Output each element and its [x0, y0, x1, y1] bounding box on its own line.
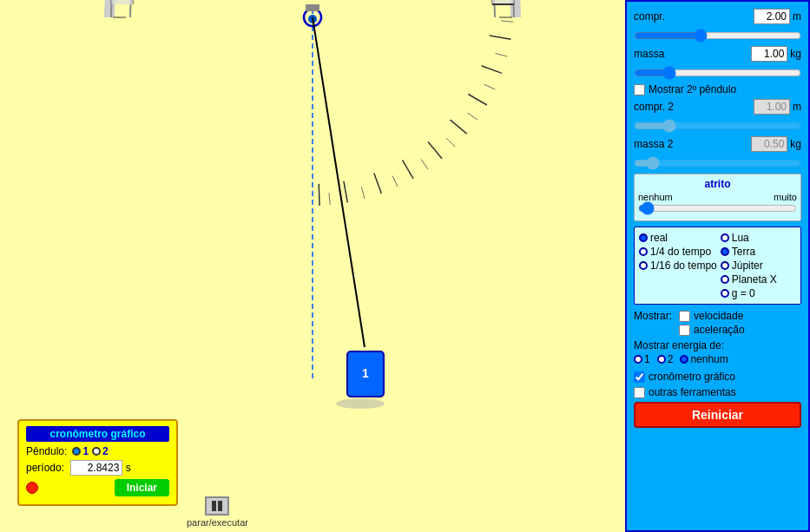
env-terra-radio[interactable] [721, 247, 729, 256]
env-planetax-radio[interactable] [721, 275, 729, 284]
mass2-value[interactable] [751, 136, 787, 152]
show-second-pendulum-row: Mostrar 2º pêndulo [634, 83, 801, 95]
pendulo-1-label: 1 [82, 445, 89, 457]
env-sixteenth-radio[interactable] [639, 261, 648, 270]
length2-row: compr. 2 m [634, 99, 801, 115]
length-unit: m [793, 10, 801, 23]
energy-1-radio[interactable] [634, 355, 642, 364]
env-sixteenth-label: 1/16 do tempo [650, 259, 717, 272]
chronometer-box: cronômetro gráfico Pêndulo: 1 2 período:… [17, 419, 178, 506]
energy-1-label: 1 [644, 353, 650, 365]
pendulo-label: Pêndulo: [26, 445, 67, 457]
show-accel-row: aceleração [679, 324, 801, 336]
mass-slider-container [634, 67, 801, 82]
env-g0-row[interactable]: g = 0 [721, 287, 777, 299]
env-sixteenth-row[interactable]: 1/16 do tempo [639, 259, 717, 272]
env-real-label: real [650, 232, 668, 244]
show-label: Mostrar: [634, 310, 672, 322]
period-unit: s [126, 462, 131, 474]
env-terra-row[interactable]: Terra [721, 246, 777, 258]
env-quarter-label: 1/4 do tempo [650, 246, 711, 258]
svg-rect-9 [306, 4, 319, 11]
env-jupiter-radio[interactable] [721, 261, 729, 270]
friction-slider[interactable] [638, 202, 797, 214]
mass-slider[interactable] [634, 67, 801, 79]
right-panel: compr. m massa kg Mostrar 2º pêndulo com… [625, 0, 810, 532]
show-second-pendulum-checkbox[interactable] [634, 84, 645, 95]
mass2-unit: kg [790, 138, 801, 150]
env-g0-label: g = 0 [732, 287, 755, 299]
env-jupiter-row[interactable]: Júpiter [721, 259, 777, 272]
svg-text:1: 1 [362, 366, 369, 380]
env-lua-row[interactable]: Lua [721, 232, 777, 244]
other-tools-label: outras ferramentas [649, 386, 736, 398]
env-col-left: real 1/4 do tempo 1/16 do tempo [639, 232, 717, 299]
energy-2-option[interactable]: 2 [657, 353, 674, 365]
show-section: Mostrar: velocidade aceleração [634, 310, 801, 336]
env-lua-radio[interactable] [721, 233, 729, 242]
energy-none-radio[interactable] [680, 355, 688, 364]
mass-label: massa [634, 48, 751, 60]
start-button[interactable]: Iniciar [115, 479, 169, 496]
mass-value[interactable] [751, 46, 787, 62]
pause-bar-left [212, 501, 216, 511]
energy-radios: 1 2 nenhum [634, 353, 801, 365]
pendulum-canvas: 1 [87, 0, 538, 417]
pause-button[interactable] [205, 496, 229, 516]
env-terra-label: Terra [732, 246, 755, 258]
pendulo-2-radio[interactable] [92, 447, 101, 456]
energy-1-option[interactable]: 1 [634, 353, 650, 365]
acceleration-label: aceleração [694, 324, 745, 336]
friction-title: atrito [638, 178, 797, 190]
show-velocity-row: Mostrar: velocidade [634, 310, 801, 322]
length-value[interactable] [754, 9, 790, 24]
mass-unit: kg [790, 48, 801, 60]
other-tools-checkbox[interactable] [634, 387, 645, 398]
mass2-row: massa 2 kg [634, 136, 801, 152]
environment-section: real 1/4 do tempo 1/16 do tempo Lua [634, 227, 801, 305]
velocity-label: velocidade [694, 310, 743, 322]
pause-area: parar/executar [187, 496, 248, 528]
length2-slider-container [634, 120, 801, 135]
env-quarter-radio[interactable] [639, 247, 648, 256]
show-velocity-checkbox[interactable] [679, 311, 690, 322]
mass2-slider-container [634, 157, 801, 172]
energy-2-radio[interactable] [657, 355, 666, 364]
mass-row: massa kg [634, 46, 801, 62]
env-col-right: Lua Terra Júpiter Planeta X g = 0 [721, 232, 777, 299]
svg-point-8 [336, 398, 385, 409]
friction-section: atrito nenhum muito [634, 174, 801, 221]
simulation-area: 1 [0, 0, 625, 532]
chrono-title: cronômetro gráfico [26, 426, 169, 442]
chrono-tool-checkbox[interactable] [634, 371, 645, 383]
pause-label: parar/executar [187, 517, 248, 528]
length2-unit: m [793, 101, 801, 113]
env-planetax-row[interactable]: Planeta X [721, 273, 777, 286]
energy-label: Mostrar energia de: [634, 339, 801, 351]
length2-value[interactable] [754, 99, 790, 115]
pause-bar-right [218, 501, 222, 511]
period-label: período: [26, 462, 64, 474]
show-second-pendulum-label: Mostrar 2º pêndulo [649, 83, 736, 95]
env-quarter-row[interactable]: 1/4 do tempo [639, 246, 717, 258]
show-acceleration-checkbox[interactable] [679, 325, 690, 336]
env-real-row[interactable]: real [639, 232, 717, 244]
energy-2-label: 2 [668, 353, 674, 365]
env-lua-label: Lua [732, 232, 749, 244]
energy-none-label: nenhum [690, 353, 728, 365]
period-value-input[interactable] [70, 460, 122, 476]
mass2-label: massa 2 [634, 138, 751, 150]
reiniciar-button[interactable]: Reiniciar [634, 402, 801, 428]
energy-none-option[interactable]: nenhum [680, 353, 728, 365]
env-real-radio[interactable] [639, 233, 648, 242]
record-indicator [26, 482, 38, 494]
pendulo-1-radio[interactable] [72, 447, 81, 456]
other-tools-row: outras ferramentas [634, 386, 801, 398]
env-jupiter-label: Júpiter [732, 259, 763, 272]
env-g0-radio[interactable] [721, 289, 729, 298]
env-planetax-label: Planeta X [732, 273, 777, 286]
pendulo-2-label: 2 [102, 445, 109, 457]
length-slider[interactable] [634, 30, 801, 42]
length2-slider[interactable] [634, 120, 801, 132]
mass2-slider[interactable] [634, 157, 801, 169]
